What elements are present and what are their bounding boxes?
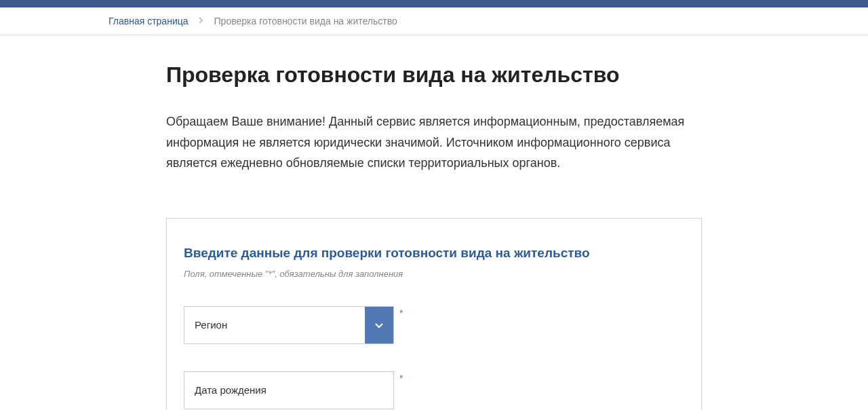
chevron-down-icon	[365, 307, 393, 343]
breadcrumb-home-link[interactable]: Главная страница	[108, 16, 189, 26]
top-bar	[0, 0, 868, 7]
breadcrumb-bar: Главная страница Проверка готовности вид…	[0, 7, 868, 35]
birthdate-row: *	[184, 371, 684, 409]
form-card: Введите данные для проверки готовности в…	[166, 218, 702, 410]
birthdate-input[interactable]	[184, 371, 394, 409]
breadcrumb: Главная страница Проверка готовности вид…	[108, 16, 760, 26]
chevron-right-icon	[199, 16, 204, 26]
form-title: Введите данные для проверки готовности в…	[184, 246, 684, 261]
form-note: Поля, отмеченные "*", обязательны для за…	[184, 269, 684, 279]
required-mark: *	[399, 373, 403, 384]
region-select[interactable]: Регион	[184, 306, 394, 344]
region-row: Регион *	[184, 306, 684, 344]
main-content: Проверка готовности вида на жительство О…	[153, 35, 715, 410]
page-title: Проверка готовности вида на жительство	[166, 62, 702, 88]
region-select-label: Регион	[184, 307, 365, 343]
breadcrumb-current: Проверка готовности вида на жительство	[214, 16, 397, 26]
required-mark: *	[399, 308, 403, 318]
page-description: Обращаем Ваше внимание! Данный сервис яв…	[166, 111, 702, 174]
